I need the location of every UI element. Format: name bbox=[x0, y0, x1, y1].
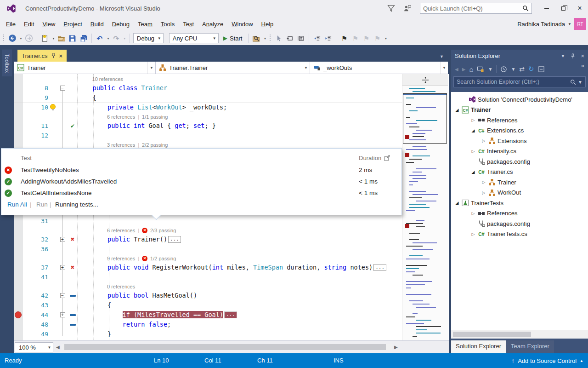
close-panel-icon[interactable]: × bbox=[581, 52, 584, 59]
tree-item-workout[interactable]: ▷WorkOut bbox=[451, 188, 588, 198]
toolbar-grip[interactable] bbox=[269, 34, 271, 42]
tree-item-packages-config[interactable]: packages.config bbox=[451, 156, 588, 167]
test-result-row[interactable]: ✓AddingWorkoutAddsMilesTravelled< 1 ms bbox=[1, 177, 401, 188]
save-button[interactable] bbox=[68, 33, 77, 44]
expander-collapsed-icon[interactable]: ▷ bbox=[469, 149, 477, 154]
expander-expanded-icon[interactable]: ◢ bbox=[469, 128, 477, 133]
toolbar-overflow-caret-icon[interactable]: ▼ bbox=[384, 37, 387, 40]
expander-expanded-icon[interactable]: ◢ bbox=[453, 201, 461, 205]
member-dropdown[interactable]: _workOuts ▼ bbox=[310, 62, 448, 74]
tree-item-references[interactable]: ▷References bbox=[451, 115, 588, 126]
quick-launch-input[interactable]: Quick Launch (Ctrl+Q) bbox=[420, 3, 532, 14]
tool-tab-solution-explorer[interactable]: Solution Explorer bbox=[451, 340, 506, 353]
line-margin[interactable] bbox=[14, 310, 23, 320]
line-margin[interactable] bbox=[14, 291, 23, 300]
code-text[interactable] bbox=[78, 244, 402, 254]
test-result-row[interactable]: ✕TestTweetifyNoNotes2 ms bbox=[1, 165, 401, 177]
menu-window[interactable]: Window bbox=[227, 19, 257, 29]
tree-item-trainer[interactable]: ◢C#Trainer bbox=[451, 105, 588, 115]
clear-bookmarks-icon[interactable]: ⚑ bbox=[373, 33, 382, 44]
code-line-43[interactable]: 43 { bbox=[14, 300, 402, 310]
document-tab-trainer-cs[interactable]: Trainer.cs × bbox=[17, 50, 67, 62]
code-text[interactable]: public Trainer()... bbox=[78, 235, 402, 244]
codelens-indicator[interactable]: 6 references|1/1 passing bbox=[14, 112, 402, 121]
code-line-8[interactable]: 8− public class Trainer bbox=[14, 83, 402, 93]
fold-minus-icon[interactable]: − bbox=[60, 293, 65, 298]
code-line-12[interactable]: 12 bbox=[14, 131, 402, 140]
code-text[interactable]: return false; bbox=[78, 320, 402, 329]
se-back-icon[interactable]: ◀ bbox=[455, 67, 458, 72]
fold-plus-icon[interactable]: + bbox=[60, 237, 65, 242]
find-in-files-button[interactable] bbox=[252, 33, 261, 44]
code-text[interactable]: public bool HasMetGoal() bbox=[78, 291, 402, 300]
horizontal-scrollbar[interactable] bbox=[62, 344, 392, 350]
dock-popup-icon[interactable] bbox=[384, 155, 390, 161]
redo-button[interactable]: ↷ bbox=[112, 33, 121, 44]
zoom-level-combo[interactable]: 100 % ▼ bbox=[15, 342, 53, 352]
expander-collapsed-icon[interactable]: ▷ bbox=[469, 232, 477, 236]
code-line-10[interactable]: 10 private List<WorkOut> _workOuts; bbox=[14, 103, 402, 112]
codelens-indicator[interactable]: 9 references|✕1/2 passing bbox=[14, 254, 402, 263]
minimap-content[interactable] bbox=[402, 86, 448, 340]
expander-expanded-icon[interactable]: ◢ bbox=[453, 108, 461, 112]
line-margin[interactable] bbox=[14, 320, 23, 329]
sync-with-active-document-icon[interactable]: ⇄ bbox=[519, 65, 525, 73]
line-margin[interactable] bbox=[14, 329, 23, 339]
code-line-11[interactable]: 11✔ public int Goal { get; set; } bbox=[14, 121, 402, 131]
solution-platform-combo[interactable]: Any CPU▼ bbox=[169, 33, 219, 43]
collapse-all-icon[interactable] bbox=[538, 66, 545, 73]
expander-collapsed-icon[interactable]: ▷ bbox=[480, 138, 487, 143]
run-all-link[interactable]: Run All bbox=[7, 201, 27, 208]
menu-file[interactable]: File bbox=[2, 19, 20, 29]
codelens-indicator[interactable]: 0 references bbox=[14, 282, 402, 291]
code-line-36[interactable]: 36 bbox=[14, 244, 402, 254]
open-file-button[interactable] bbox=[57, 33, 66, 44]
close-button[interactable]: × bbox=[571, 2, 588, 15]
search-icon[interactable] bbox=[570, 79, 576, 85]
code-line-37[interactable]: 37+✖ public void RegisterWorkout(int mil… bbox=[14, 263, 402, 272]
line-margin[interactable] bbox=[14, 272, 23, 282]
new-file-caret-icon[interactable]: ▼ bbox=[52, 37, 55, 40]
minimap-viewport[interactable] bbox=[403, 93, 447, 144]
run-link[interactable]: Run bbox=[36, 201, 48, 208]
expander-collapsed-icon[interactable]: ▷ bbox=[480, 190, 487, 195]
navigate-forward-button[interactable] bbox=[24, 33, 34, 44]
line-margin[interactable] bbox=[14, 103, 23, 112]
line-margin[interactable] bbox=[14, 235, 23, 244]
code-line-31[interactable]: 31 bbox=[14, 216, 402, 226]
save-all-button[interactable] bbox=[79, 33, 88, 44]
pin-icon[interactable] bbox=[51, 53, 56, 58]
new-file-button[interactable] bbox=[40, 33, 50, 44]
line-margin[interactable] bbox=[14, 263, 23, 272]
project-dropdown[interactable]: C# Trainer ▼ bbox=[14, 62, 156, 74]
code-text[interactable]: { bbox=[78, 93, 402, 103]
solution-explorer-title-bar[interactable]: Solution Explorer ▼ × bbox=[451, 50, 588, 62]
horizontal-scrollbar-thumb[interactable] bbox=[64, 344, 386, 350]
code-line-9[interactable]: 9 { bbox=[14, 93, 402, 103]
tree-item-trainer[interactable]: ▷Trainer bbox=[451, 177, 588, 188]
menu-help[interactable]: Help bbox=[257, 19, 278, 29]
test-not-covered-icon[interactable] bbox=[70, 324, 76, 326]
code-line-41[interactable]: 41 bbox=[14, 272, 402, 282]
home-icon[interactable]: ⌂ bbox=[469, 65, 473, 73]
user-dropdown-caret-icon[interactable]: ▼ bbox=[568, 22, 571, 26]
code-line-49[interactable]: 49 } bbox=[14, 329, 402, 339]
test-fail-icon[interactable]: ✖ bbox=[71, 235, 74, 244]
filter-caret-icon[interactable]: ▼ bbox=[511, 67, 515, 72]
test-fail-icon[interactable]: ✖ bbox=[71, 263, 74, 272]
undo-caret-icon[interactable]: ▼ bbox=[107, 37, 110, 40]
code-text[interactable] bbox=[78, 131, 402, 140]
minimap-scrollbar[interactable] bbox=[402, 74, 448, 340]
expander-collapsed-icon[interactable]: ▷ bbox=[469, 211, 477, 216]
refresh-icon[interactable]: ↻ bbox=[528, 65, 534, 73]
code-text[interactable] bbox=[78, 272, 402, 282]
collapsed-region[interactable]: ... bbox=[168, 236, 181, 243]
toolbar-grip[interactable] bbox=[3, 34, 5, 42]
auto-hide-pin-icon[interactable] bbox=[571, 53, 575, 59]
code-line-42[interactable]: 42− public bool HasMetGoal() bbox=[14, 291, 402, 300]
user-name[interactable]: Radhika Tadinada bbox=[517, 21, 565, 28]
menu-analyze[interactable]: Analyze bbox=[198, 19, 227, 29]
window-position-caret-icon[interactable]: ▼ bbox=[561, 53, 565, 58]
menu-edit[interactable]: Edit bbox=[20, 19, 38, 29]
next-bookmark-icon[interactable]: ⚑ bbox=[362, 33, 371, 44]
